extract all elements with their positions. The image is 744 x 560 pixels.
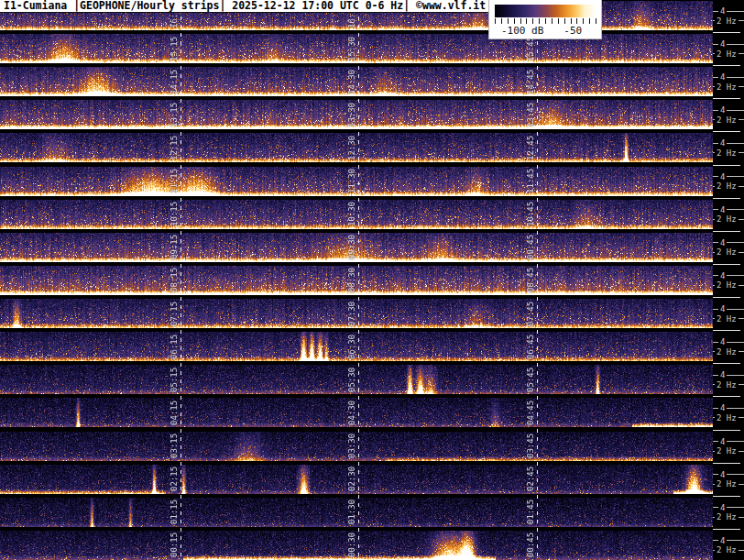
colorbar-tick	[552, 18, 553, 24]
strip-separator-tick	[713, 98, 740, 99]
hour-strip-08	[0, 266, 713, 295]
time-tick-label: 04:30	[347, 401, 356, 425]
colorbar-tick	[545, 18, 546, 24]
freq-label-4: 4	[713, 238, 744, 247]
hour-strip-10	[0, 200, 713, 229]
hour-strip-00	[0, 531, 713, 560]
time-tick-label: 15:45	[526, 37, 535, 61]
colorbar-max-label: -50	[563, 25, 582, 38]
time-tick-label: 07:15	[170, 301, 179, 325]
strip-separator-tick	[713, 65, 740, 66]
strip-separator-tick	[713, 231, 740, 232]
time-tick-label: 09:30	[347, 235, 356, 259]
page-title: I1-Cumiana |GEOPHONE/Hourly strips| 2025…	[0, 0, 488, 12]
hour-strip-11	[0, 167, 713, 196]
hour-strip-04	[0, 398, 713, 427]
time-tick-label: 10:45	[526, 202, 535, 226]
freq-label-2Hz: 2 Hz	[713, 247, 744, 257]
freq-label-2Hz: 2 Hz	[713, 545, 744, 555]
colorbar-min-label: -100 dB	[501, 25, 543, 38]
time-tick-label: 08:15	[170, 268, 179, 292]
time-tick-label: 08:30	[347, 268, 356, 292]
time-tick-label: 09:45	[526, 235, 535, 259]
freq-label-4: 4	[713, 105, 744, 115]
time-tick-label: 05:15	[170, 368, 179, 392]
time-tick-label: 10:15	[170, 202, 179, 226]
freq-label-4: 4	[713, 304, 744, 313]
time-tick-label: 04:15	[170, 401, 179, 425]
time-tick-label: 11:45	[526, 169, 535, 193]
colorbar-tick	[571, 18, 572, 24]
colorbar-tick	[564, 18, 565, 24]
colorbar-tick	[514, 18, 515, 24]
colorbar-tick	[520, 18, 521, 24]
time-tick-label: 09:15	[170, 235, 179, 259]
gridline-min15	[181, 0, 181, 560]
freq-label-4: 4	[713, 172, 744, 181]
frequency-axis-column: 42 Hz42 Hz42 Hz42 Hz42 Hz42 Hz42 Hz42 Hz…	[713, 0, 744, 560]
time-tick-label: 03:15	[170, 434, 179, 458]
freq-label-4: 4	[713, 271, 744, 280]
time-tick-label: 06:15	[170, 335, 179, 359]
time-tick-label: 13:45	[526, 103, 535, 127]
colorbar-tick	[501, 18, 502, 24]
time-tick-label: 13:30	[347, 103, 356, 127]
colorbar-tick	[596, 18, 596, 24]
colorbar-tick	[576, 18, 577, 24]
time-tick-label: 00:30	[347, 533, 356, 557]
freq-label-4: 4	[713, 403, 744, 412]
time-tick-label: 06:30	[347, 335, 356, 359]
hour-strip-03	[0, 432, 713, 461]
time-tick-label: 08:45	[526, 268, 535, 292]
time-tick-label: 03:30	[347, 434, 356, 458]
strip-separator-tick	[713, 264, 740, 265]
freq-label-2Hz: 2 Hz	[713, 16, 744, 26]
time-tick-label: 02:45	[526, 467, 535, 491]
time-tick-label: 05:30	[347, 368, 356, 392]
freq-label-2Hz: 2 Hz	[713, 512, 744, 522]
hour-strip-12	[0, 133, 713, 162]
time-tick-label: 14:15	[170, 70, 179, 94]
colorbar-tick	[589, 18, 590, 24]
freq-label-2Hz: 2 Hz	[713, 314, 744, 324]
colorbar-tick	[539, 18, 540, 24]
strip-separator-tick	[713, 463, 740, 464]
freq-label-4: 4	[713, 6, 744, 16]
freq-label-2Hz: 2 Hz	[713, 148, 744, 158]
hour-strip-07	[0, 299, 713, 328]
freq-label-4: 4	[713, 370, 744, 379]
freq-label-4: 4	[713, 536, 744, 545]
colorbar-tick	[526, 18, 527, 24]
gridline-min30	[358, 0, 359, 560]
time-tick-label: 14:30	[347, 70, 356, 94]
freq-label-2Hz: 2 Hz	[713, 280, 744, 290]
strip-separator-tick	[713, 529, 740, 530]
time-tick-label: 02:15	[170, 467, 179, 491]
freq-label-2Hz: 2 Hz	[713, 380, 744, 390]
time-tick-label: 01:45	[526, 500, 535, 524]
time-tick-label: 02:30	[347, 467, 356, 491]
strip-separator-tick	[713, 297, 740, 298]
strip-separator-tick	[713, 198, 740, 199]
freq-label-2Hz: 2 Hz	[713, 413, 744, 423]
time-tick-label: 12:30	[347, 136, 356, 160]
freq-label-2Hz: 2 Hz	[713, 115, 744, 125]
strip-separator-tick	[713, 165, 740, 166]
time-tick-label: 07:45	[526, 301, 535, 325]
colorbar-tick	[495, 18, 496, 24]
time-tick-label: 10:30	[347, 202, 356, 226]
freq-label-4: 4	[713, 337, 744, 346]
title-bar: I1-Cumiana |GEOPHONE/Hourly strips| 2025…	[0, 0, 488, 13]
time-tick-label: 15:15	[170, 37, 179, 61]
freq-label-4: 4	[713, 503, 744, 512]
time-tick-label: 00:45	[526, 533, 535, 557]
colorbar-labels: -100 dB -50	[489, 25, 603, 38]
colorbar-ticks	[495, 18, 596, 24]
time-tick-label: 11:30	[347, 169, 356, 193]
hour-strip-06	[0, 332, 713, 361]
strip-separator-tick	[713, 430, 740, 431]
time-tick-label: 11:15	[170, 169, 179, 193]
gridline-min45	[537, 0, 538, 560]
freq-label-2Hz: 2 Hz	[713, 347, 744, 357]
colorbar-tick	[558, 18, 559, 24]
